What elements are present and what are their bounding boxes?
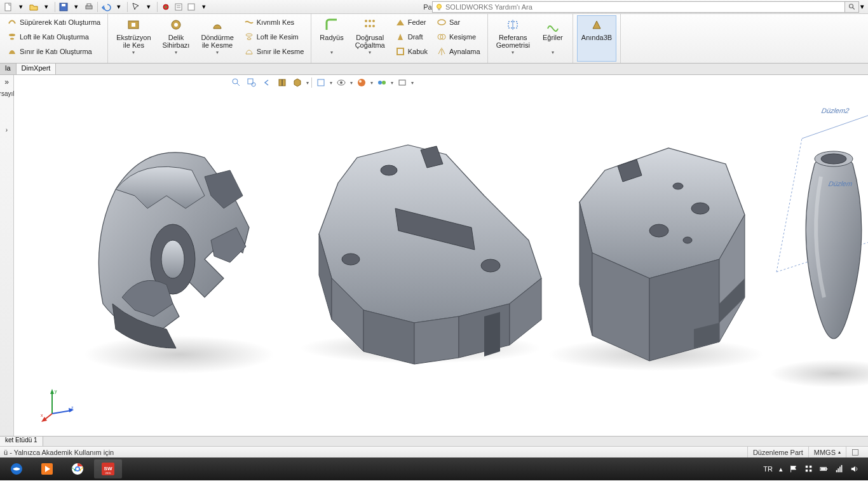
svg-rect-0	[5, 3, 11, 11]
undo-button[interactable]	[100, 1, 112, 13]
tray-volume-icon[interactable]	[850, 464, 859, 473]
draft-button[interactable]: Draft	[392, 30, 431, 44]
svg-line-70	[52, 410, 71, 414]
wrap-button[interactable]: Sar	[433, 15, 484, 29]
svg-rect-94	[836, 470, 837, 473]
svg-rect-87	[806, 466, 808, 468]
tray-wifi-icon[interactable]	[835, 464, 844, 473]
svg-point-67	[821, 154, 846, 164]
loft-boss-button[interactable]: Loft ile Katı Oluşturma	[4, 30, 104, 44]
svg-rect-2	[62, 4, 65, 6]
svg-point-57	[673, 183, 683, 189]
motion-tab[interactable]: ket Etüdü 1	[0, 437, 43, 446]
ribbon-group-reference: ReferansGeometrisi▾ Eğriler ▾	[488, 14, 573, 63]
expand-panel-icon[interactable]: »	[4, 78, 9, 86]
rebuild-button[interactable]	[160, 1, 172, 13]
svg-point-13	[849, 4, 853, 8]
svg-point-30	[438, 20, 445, 25]
help-search-go[interactable]	[845, 1, 859, 13]
svg-point-59	[649, 224, 668, 237]
svg-rect-29	[397, 48, 403, 55]
status-icons[interactable]	[846, 447, 864, 458]
ribbon-group-cut: Ekstrüzyonile Kes▾ DelikSihirbazı▾ Döndü…	[108, 14, 311, 63]
svg-text:z: z	[71, 405, 74, 410]
hole-wizard-button[interactable]: DelikSihirbazı▾	[158, 15, 194, 62]
command-manager-tabs: la DimXpert	[0, 64, 868, 75]
curves-button[interactable]: Eğriler ▾	[537, 15, 569, 62]
svg-rect-10	[188, 4, 194, 10]
svg-point-83	[76, 468, 79, 470]
status-bar: ü - Yalnızca Akademik Kullanım için Düze…	[0, 446, 868, 458]
panel-text-fragment: rsayıl	[0, 90, 14, 97]
tab-dimxpert[interactable]: DimXpert	[17, 64, 57, 74]
dropdown-arrow[interactable]: ▾	[41, 1, 52, 13]
svg-rect-3	[86, 6, 92, 9]
ribbon-group-boss: Süpürerek Katı Oluşturma Loft ile Katı O…	[0, 14, 108, 63]
intersect-button[interactable]: Kesişme	[433, 30, 484, 44]
svg-point-28	[372, 25, 375, 27]
tab-left-fragment[interactable]: la	[0, 64, 17, 74]
plane-label-1[interactable]: Düzlem2	[821, 107, 850, 114]
plane-label-2[interactable]: Düzlem	[828, 180, 853, 187]
revolved-cut-button[interactable]: Döndürmeile Kesme▾	[196, 15, 238, 62]
svg-text:SW: SW	[104, 466, 112, 471]
shell-button[interactable]: Kabuk	[392, 44, 431, 58]
taskbar-app-media[interactable]	[33, 459, 61, 478]
fillet-button[interactable]: Radyüs ▾	[315, 15, 348, 62]
windows-taskbar: SW2015 TR ▴	[0, 458, 868, 480]
save-button[interactable]	[58, 1, 69, 13]
tray-battery-icon[interactable]	[820, 464, 829, 473]
dropdown-arrow[interactable]: ▾	[860, 3, 864, 11]
settings-button[interactable]	[186, 1, 197, 13]
tray-grid-icon[interactable]	[804, 464, 813, 473]
chevron-right-icon[interactable]: ›	[6, 126, 8, 133]
help-search: ▾	[432, 1, 864, 13]
dropdown-arrow[interactable]: ▾	[15, 1, 27, 13]
system-tray: TR ▴	[763, 464, 865, 473]
svg-text:x: x	[41, 413, 43, 417]
dropdown-arrow[interactable]: ▾	[71, 1, 82, 13]
svg-point-26	[365, 25, 367, 27]
svg-point-55	[481, 259, 500, 272]
dropdown-arrow[interactable]: ▾	[113, 1, 125, 13]
start-button[interactable]	[3, 459, 31, 478]
status-units[interactable]: MMGS▴	[808, 447, 846, 458]
swept-cut-button[interactable]: Kıvrımlı Kes	[241, 15, 308, 29]
reference-geometry-button[interactable]: ReferansGeometrisi▾	[492, 15, 534, 62]
title-bar: ▾ ▾ ▾ ▾ ▾ ▾ Part1 * ▾ ? ▾	[0, 0, 868, 14]
tray-chevron-up-icon[interactable]: ▴	[779, 465, 783, 473]
graphics-viewport[interactable]: ▾ ▾ ▾ ▾ ▾ ▾	[14, 75, 868, 436]
svg-rect-97	[841, 465, 843, 472]
swept-boss-button[interactable]: Süpürerek Katı Oluşturma	[4, 15, 104, 29]
print-button[interactable]	[83, 1, 95, 13]
svg-point-16	[10, 38, 14, 40]
status-mode[interactable]: Düzenleme Part	[747, 447, 808, 458]
svg-rect-92	[827, 468, 828, 470]
svg-marker-69	[50, 389, 54, 394]
linear-pattern-button[interactable]: DoğrusalÇoğaltma▾	[351, 15, 390, 62]
open-file-button[interactable]	[28, 1, 39, 13]
options-button[interactable]	[173, 1, 184, 13]
tray-lang[interactable]: TR	[763, 465, 773, 473]
boundary-boss-button[interactable]: Sınır ile Katı Oluşturma	[4, 44, 104, 58]
boundary-cut-button[interactable]: Sınır ile Kesme	[241, 44, 308, 58]
dropdown-arrow[interactable]: ▾	[198, 1, 210, 13]
help-search-input[interactable]	[432, 1, 845, 13]
ribbon-group-features: Radyüs ▾ DoğrusalÇoğaltma▾ Feder Draft K…	[311, 14, 487, 63]
instant3d-button[interactable]: Anında3B	[577, 15, 616, 62]
svg-line-14	[852, 7, 854, 9]
taskbar-app-chrome[interactable]	[64, 459, 92, 478]
svg-point-23	[365, 20, 367, 22]
extruded-cut-button[interactable]: Ekstrüzyonile Kes▾	[112, 15, 155, 62]
select-button[interactable]	[130, 1, 142, 13]
loft-cut-button[interactable]: Loft ile Kesim	[241, 30, 308, 44]
svg-point-6	[165, 6, 167, 8]
taskbar-app-solidworks[interactable]: SW2015	[94, 459, 122, 478]
rib-button[interactable]: Feder	[392, 15, 431, 29]
view-triad[interactable]: y z x	[39, 385, 78, 423]
tray-flag-icon[interactable]	[789, 464, 798, 473]
dropdown-arrow[interactable]: ▾	[143, 1, 154, 13]
new-file-button[interactable]	[3, 1, 14, 13]
mirror-button[interactable]: Aynalama	[433, 44, 484, 58]
feature-manager-collapsed[interactable]: » rsayıl ›	[0, 75, 14, 436]
